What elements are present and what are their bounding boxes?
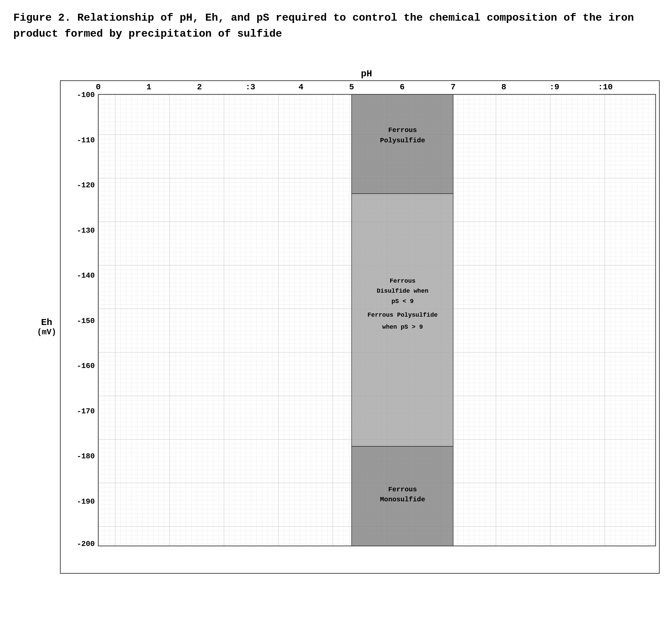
svg-text::3: :3: [246, 82, 256, 92]
svg-text:Ferrous: Ferrous: [388, 126, 417, 134]
svg-text:Monosulfide: Monosulfide: [380, 496, 425, 504]
svg-text:-160: -160: [77, 362, 95, 370]
svg-text:2: 2: [197, 82, 202, 92]
ferrous-disulfide-region: [351, 194, 453, 446]
eh-label: Eh: [41, 317, 52, 328]
ph-axis-label: pH: [73, 69, 660, 79]
svg-text:Ferrous: Ferrous: [389, 278, 415, 285]
svg-text:1: 1: [146, 82, 151, 92]
chart-svg: -100 -110 -120 -130 -140 -150 -160 -170 …: [61, 81, 659, 573]
svg-text:4: 4: [299, 82, 303, 92]
svg-text:7: 7: [451, 82, 456, 92]
svg-text::10: :10: [598, 82, 613, 92]
chart-area: Eh (mV): [33, 80, 660, 574]
svg-text:-170: -170: [77, 407, 95, 416]
svg-text:-110: -110: [77, 136, 95, 145]
y-axis-label-container: Eh (mV): [33, 80, 60, 574]
svg-text:Ferrous: Ferrous: [388, 486, 417, 493]
svg-text:Polysulfide: Polysulfide: [380, 137, 425, 144]
mv-label: (mV): [37, 328, 56, 337]
svg-text:5: 5: [349, 82, 354, 92]
svg-text:-120: -120: [77, 181, 95, 190]
caption-text: Figure 2. Relationship of pH, Eh, and pS…: [13, 12, 634, 40]
svg-text:-140: -140: [77, 271, 95, 280]
svg-text:Ferrous Polysulfide: Ferrous Polysulfide: [368, 312, 438, 319]
svg-text:6: 6: [400, 82, 405, 92]
svg-text:-150: -150: [77, 317, 95, 325]
chart-container: pH Eh (mV): [33, 69, 660, 562]
svg-text:when pS > 9: when pS > 9: [382, 324, 423, 331]
grid-wrapper: -100 -110 -120 -130 -140 -150 -160 -170 …: [60, 80, 660, 574]
figure-caption: Figure 2. Relationship of pH, Eh, and pS…: [13, 10, 646, 42]
svg-text:-100: -100: [77, 91, 95, 99]
svg-text:-180: -180: [77, 452, 95, 461]
svg-text:pS < 9: pS < 9: [391, 298, 414, 305]
svg-text:-130: -130: [77, 226, 95, 235]
svg-text:Disulfide when: Disulfide when: [377, 288, 428, 295]
svg-text:-190: -190: [77, 497, 95, 506]
svg-text:-200: -200: [77, 540, 95, 548]
svg-text:0: 0: [96, 82, 101, 92]
svg-text::9: :9: [549, 82, 559, 92]
svg-text:8: 8: [501, 82, 507, 92]
